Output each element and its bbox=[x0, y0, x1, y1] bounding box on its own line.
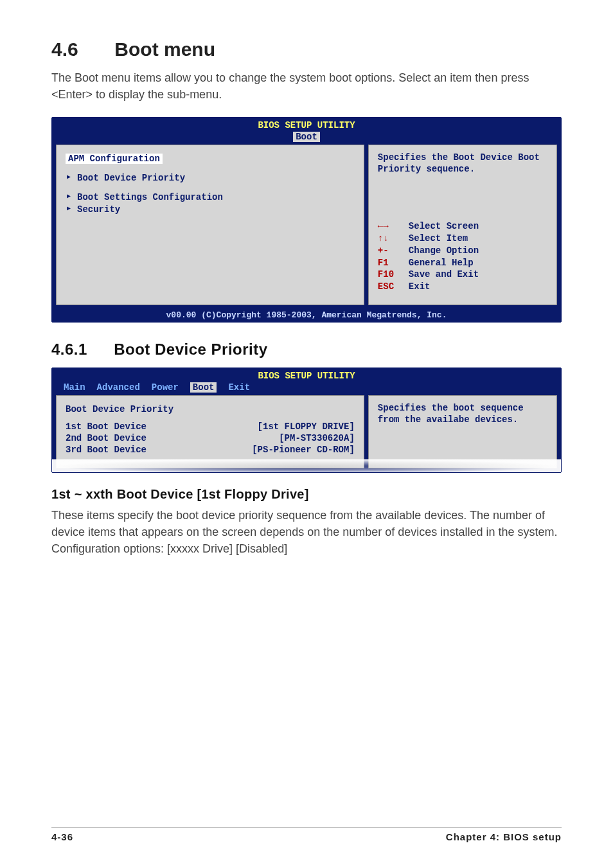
page-footer: 4-36 Chapter 4: BIOS setup bbox=[51, 827, 562, 842]
bios-row-2nd[interactable]: 2nd Boot Device [PM-ST330620A] bbox=[66, 433, 355, 443]
key-arrows-ud: ↑↓ bbox=[378, 233, 400, 245]
bios-right-panel: Specifies the Boot Device Boot Priority … bbox=[368, 145, 557, 305]
bios-left-panel: Boot Device Priority 1st Boot Device [1s… bbox=[56, 395, 364, 468]
bios-panels: APM Configuration Boot Device Priority B… bbox=[52, 145, 561, 309]
key-label: Select Item bbox=[409, 233, 468, 245]
bios-row-1st[interactable]: 1st Boot Device [1st FLOPPY DRIVE] bbox=[66, 421, 355, 432]
bios-panels: Boot Device Priority 1st Boot Device [1s… bbox=[52, 395, 561, 472]
item-heading: 1st ~ xxth Boot Device [1st Floppy Drive… bbox=[51, 487, 562, 502]
bios-left-panel: APM Configuration Boot Device Priority B… bbox=[56, 145, 364, 305]
bios-right-panel: Specifies the boot sequence from the ava… bbox=[368, 395, 557, 468]
key-label: Change Option bbox=[409, 245, 479, 257]
section-heading: 4.6 Boot menu bbox=[51, 39, 562, 60]
key-plusminus: +- bbox=[378, 245, 400, 257]
bios-tab-exit[interactable]: Exit bbox=[228, 382, 250, 393]
key-row: ←→Select Screen bbox=[378, 220, 547, 233]
chapter-label: Chapter 4: BIOS setup bbox=[446, 831, 562, 842]
bios-tab-boot[interactable]: Boot bbox=[190, 382, 217, 393]
bios-title: BIOS SETUP UTILITY bbox=[52, 118, 561, 130]
bios-tab-advanced[interactable]: Advanced bbox=[97, 382, 140, 393]
bios-key-legend: ←→Select Screen ↑↓Select Item +-Change O… bbox=[378, 220, 547, 293]
bios-item-boot-device-priority[interactable]: Boot Device Priority bbox=[77, 173, 355, 183]
bios-heading-boot-priority: Boot Device Priority bbox=[66, 404, 355, 414]
key-label: Save and Exit bbox=[409, 269, 479, 281]
key-label: Exit bbox=[409, 281, 431, 293]
bios-row-label: 2nd Boot Device bbox=[66, 433, 147, 443]
item-body-2: Configuration options: [xxxxx Drive] [Di… bbox=[51, 540, 562, 557]
bios-tab-main[interactable]: Main bbox=[64, 382, 85, 393]
key-row: ESCExit bbox=[378, 281, 547, 293]
bios-item-security[interactable]: Security bbox=[77, 204, 355, 215]
key-label: General Help bbox=[409, 257, 474, 269]
page-number: 4-36 bbox=[51, 831, 73, 842]
subsection-number: 4.6.1 bbox=[51, 341, 109, 359]
subsection-heading: 4.6.1 Boot Device Priority bbox=[51, 341, 562, 359]
bios-copyright-footer: v00.00 (C)Copyright 1985-2003, American … bbox=[52, 309, 561, 322]
section-intro: The Boot menu items allow you to change … bbox=[51, 69, 562, 103]
bios-row-value: [PM-ST330620A] bbox=[279, 433, 355, 443]
key-label: Select Screen bbox=[409, 220, 479, 233]
key-row: F1General Help bbox=[378, 257, 547, 269]
bios-tab-power[interactable]: Power bbox=[152, 382, 179, 393]
bios-heading-apm[interactable]: APM Configuration bbox=[66, 154, 163, 164]
key-esc: ESC bbox=[378, 281, 400, 293]
bios-screenshot-boot-priority: BIOS SETUP UTILITY Main Advanced Power B… bbox=[51, 368, 562, 473]
bios-tabbar: Main Advanced Power Boot Exit bbox=[52, 381, 561, 395]
bios-item-boot-settings-config[interactable]: Boot Settings Configuration bbox=[77, 192, 355, 202]
key-f1: F1 bbox=[378, 257, 400, 269]
item-body-1: These items specify the boot device prio… bbox=[51, 507, 562, 540]
key-row: +-Change Option bbox=[378, 245, 547, 257]
key-row: F10Save and Exit bbox=[378, 269, 547, 281]
section-title-text: Boot menu bbox=[114, 39, 215, 60]
bios-row-value: [PS-Pioneer CD-ROM] bbox=[252, 445, 355, 455]
bios-tabbar: Boot bbox=[52, 130, 561, 145]
key-arrows-lr: ←→ bbox=[378, 220, 400, 233]
key-row: ↑↓Select Item bbox=[378, 233, 547, 245]
key-f10: F10 bbox=[378, 269, 400, 281]
bios-help-text: Specifies the boot sequence from the ava… bbox=[378, 402, 547, 425]
subsection-title-text: Boot Device Priority bbox=[114, 341, 267, 358]
bios-row-label: 1st Boot Device bbox=[66, 421, 147, 432]
bios-title: BIOS SETUP UTILITY bbox=[52, 368, 561, 381]
section-number: 4.6 bbox=[51, 39, 109, 60]
bios-row-value: [1st FLOPPY DRIVE] bbox=[258, 421, 355, 432]
bios-row-3rd[interactable]: 3rd Boot Device [PS-Pioneer CD-ROM] bbox=[66, 445, 355, 455]
bios-help-text: Specifies the Boot Device Boot Priority … bbox=[378, 152, 547, 175]
bios-tab-boot[interactable]: Boot bbox=[293, 132, 320, 142]
bios-row-label: 3rd Boot Device bbox=[66, 445, 147, 455]
bios-screenshot-boot-menu: BIOS SETUP UTILITY Boot APM Configuratio… bbox=[51, 117, 562, 323]
